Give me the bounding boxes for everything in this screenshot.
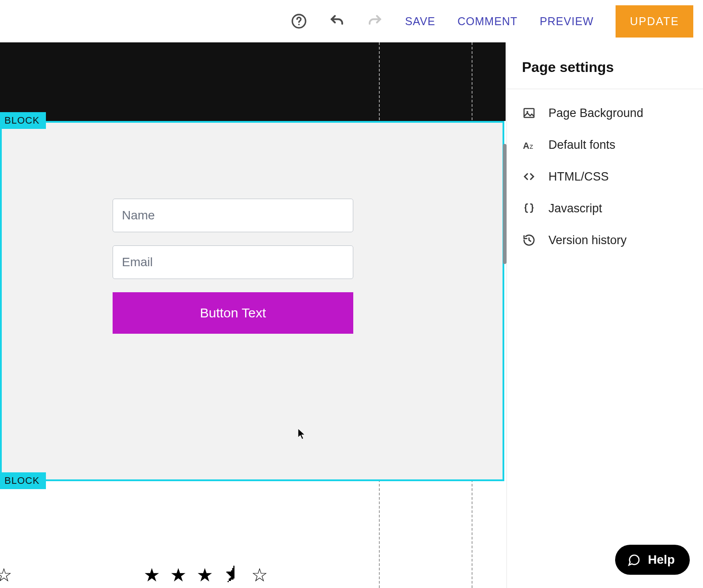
name-input[interactable]	[113, 199, 353, 232]
email-input[interactable]	[113, 245, 353, 279]
star-rating[interactable]: ★ ★ ★ ⯨ ☆	[144, 564, 268, 586]
settings-item-version-history[interactable]: Version history	[507, 224, 703, 256]
settings-item-html-css[interactable]: HTML/CSS	[507, 161, 703, 192]
top-toolbar: SAVE COMMENT PREVIEW UPDATE	[0, 0, 703, 42]
selected-block[interactable]: Button Text	[0, 121, 504, 481]
main-area: Button Text BLOCK BLOCK ☆ ★ ★ ★ ⯨ ☆ Page…	[0, 42, 703, 588]
canvas-dark-section[interactable]	[0, 42, 506, 121]
settings-item-label: Default fonts	[548, 138, 616, 152]
code-icon	[522, 170, 536, 184]
update-button[interactable]: UPDATE	[616, 5, 693, 38]
star-icon: ★	[144, 564, 160, 586]
star-icon: ☆	[251, 564, 268, 586]
redo-icon	[367, 13, 383, 29]
image-icon	[522, 106, 536, 120]
form-widget: Button Text	[113, 199, 353, 334]
settings-item-default-fonts[interactable]: A z Default fonts	[507, 129, 703, 161]
settings-item-label: Version history	[548, 234, 627, 247]
toolbar-icon-group	[291, 13, 383, 29]
braces-icon	[522, 201, 536, 215]
star-icon: ★	[197, 564, 213, 586]
preview-button[interactable]: PREVIEW	[540, 15, 593, 28]
svg-rect-2	[524, 109, 534, 117]
svg-text:A: A	[523, 141, 529, 151]
chat-icon	[627, 553, 641, 567]
block-tag[interactable]: BLOCK	[0, 472, 46, 489]
star-icon: ☆	[0, 564, 12, 586]
undo-icon[interactable]	[329, 13, 345, 29]
block-tag[interactable]: BLOCK	[0, 112, 46, 129]
svg-text:z: z	[529, 142, 533, 150]
history-icon	[522, 233, 536, 247]
save-button[interactable]: SAVE	[405, 15, 435, 28]
settings-item-page-background[interactable]: Page Background	[507, 97, 703, 129]
settings-item-label: HTML/CSS	[548, 170, 609, 184]
sidebar-title: Page settings	[507, 42, 703, 89]
star-icon: ★	[170, 564, 187, 586]
svg-point-1	[298, 24, 299, 25]
settings-sidebar: Page settings Page Background A z	[506, 42, 703, 588]
settings-list: Page Background A z Default fonts	[507, 89, 703, 264]
settings-item-label: Javascript	[548, 202, 602, 215]
settings-item-javascript[interactable]: Javascript	[507, 192, 703, 224]
canvas-scrollbar[interactable]	[503, 144, 506, 264]
editor-canvas[interactable]: Button Text BLOCK BLOCK ☆ ★ ★ ★ ⯨ ☆	[0, 42, 506, 588]
help-chat-button[interactable]: Help	[615, 545, 690, 575]
help-chat-label: Help	[648, 553, 675, 567]
form-submit-button[interactable]: Button Text	[113, 292, 353, 334]
settings-item-label: Page Background	[548, 106, 643, 120]
font-icon: A z	[522, 138, 536, 152]
help-icon[interactable]	[291, 13, 307, 29]
comment-button[interactable]: COMMENT	[457, 15, 518, 28]
star-icon: ⯨	[223, 564, 242, 586]
